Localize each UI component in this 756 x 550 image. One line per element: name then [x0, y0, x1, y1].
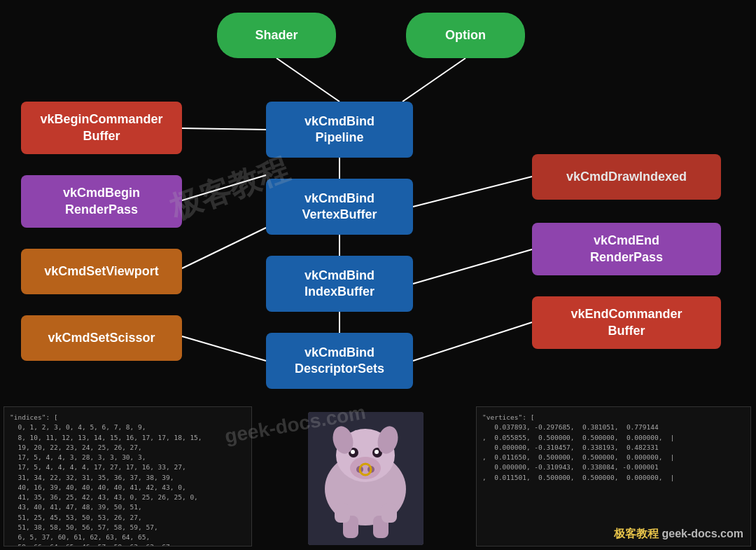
vk-cmd-set-scissor-node: vkCmdSetScissor — [21, 315, 182, 361]
footer-en: geek-docs.com — [662, 528, 743, 539]
option-node: Option — [406, 13, 525, 58]
vk-cmd-bind-descriptor-sets-node: vkCmdBindDescriptorSets — [266, 333, 413, 389]
vk-end-command-buffer-node: vkEndCommanderBuffer — [532, 296, 721, 349]
vk-cmd-bind-pipeline-label: vkCmdBindPipeline — [304, 114, 374, 146]
code-left-text: "indices": [ 0, 1, 2, 3, 0, 4, 5, 6, 7, … — [10, 413, 202, 546]
svg-line-2 — [182, 128, 266, 130]
vk-cmd-bind-index-buffer-label: vkCmdBindIndexBuffer — [304, 268, 374, 301]
vk-begin-command-buffer-node: vkBeginCommanderBuffer — [21, 102, 182, 154]
shader-node: Shader — [217, 13, 336, 58]
svg-rect-28 — [382, 503, 397, 523]
vk-end-command-buffer-label: vkEndCommanderBuffer — [570, 306, 682, 339]
footer-cn: 极客教程 — [614, 528, 659, 539]
svg-line-1 — [402, 58, 465, 102]
code-right-text: "vertices": [ 0.037893, -0.297685, 0.381… — [482, 413, 675, 481]
svg-line-0 — [276, 58, 340, 102]
vk-cmd-bind-index-buffer-node: vkCmdBindIndexBuffer — [266, 256, 413, 312]
vk-cmd-end-render-pass-node: vkCmdEndRenderPass — [532, 223, 721, 275]
code-block-left: "indices": [ 0, 1, 2, 3, 0, 4, 5, 6, 7, … — [4, 406, 252, 546]
svg-point-20 — [351, 450, 355, 454]
svg-line-6 — [413, 177, 532, 207]
diagram-container: Shader Option vkCmdBindPipeline vkCmdBin… — [0, 0, 756, 550]
svg-line-3 — [182, 175, 266, 200]
option-label: Option — [445, 27, 486, 43]
vk-cmd-begin-render-pass-label: vkCmdBeginRenderPass — [63, 185, 140, 218]
vk-cmd-begin-render-pass-node: vkCmdBeginRenderPass — [21, 175, 182, 228]
svg-line-4 — [182, 228, 266, 268]
vk-cmd-bind-vertex-buffer-node: vkCmdBindVertexBuffer — [266, 179, 413, 235]
svg-line-8 — [413, 322, 532, 361]
vk-cmd-end-render-pass-label: vkCmdEndRenderPass — [590, 233, 663, 266]
vk-cmd-set-viewport-node: vkCmdSetViewport — [21, 249, 182, 294]
vk-cmd-set-scissor-label: vkCmdSetScissor — [48, 330, 155, 346]
vk-cmd-set-viewport-label: vkCmdSetViewport — [44, 263, 159, 280]
vk-begin-command-buffer-label: vkBeginCommanderBuffer — [40, 111, 162, 144]
vk-cmd-bind-vertex-buffer-label: vkCmdBindVertexBuffer — [302, 191, 377, 224]
pig-model-thumbnail — [308, 412, 424, 545]
svg-line-5 — [182, 336, 266, 361]
code-block-right: "vertices": [ 0.037893, -0.297685, 0.381… — [476, 406, 751, 546]
shader-label: Shader — [255, 27, 298, 43]
footer-text: 极客教程 geek-docs.com — [614, 527, 743, 542]
vk-cmd-bind-pipeline-node: vkCmdBindPipeline — [266, 102, 413, 158]
vk-cmd-draw-indexed-node: vkCmdDrawIndexed — [532, 154, 721, 200]
vk-cmd-bind-descriptor-sets-label: vkCmdBindDescriptorSets — [295, 345, 384, 378]
svg-rect-27 — [335, 503, 350, 523]
svg-line-7 — [413, 249, 532, 284]
svg-point-21 — [374, 450, 379, 454]
vk-cmd-draw-indexed-label: vkCmdDrawIndexed — [566, 169, 687, 185]
